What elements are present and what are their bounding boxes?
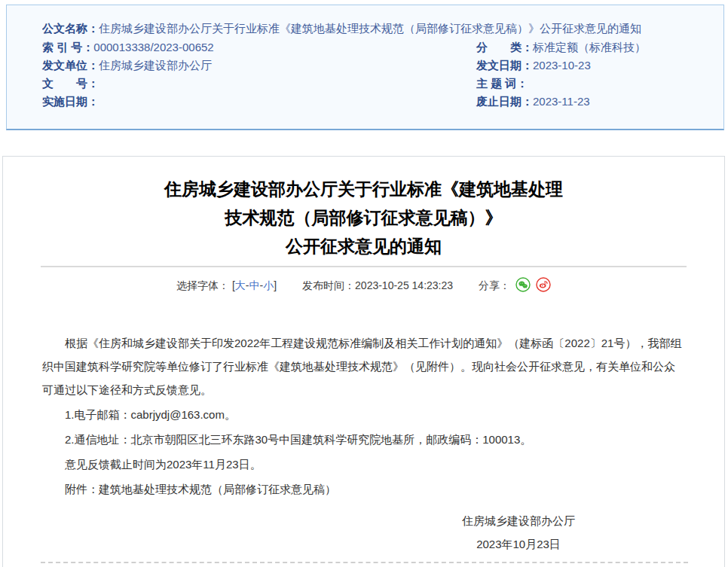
category-value: 标准定额（标准科技） [533,41,646,53]
publish-time: 发布时间：2023-10-25 14:23:23 [302,279,453,293]
meta-row-doc-name: 公文名称：住房城乡建设部办公厅关于行业标准《建筑地基处理技术规范（局部修订征求意… [42,23,690,34]
share-label: 分享： [479,279,510,293]
wechat-share-icon[interactable] [515,277,531,294]
issuing-unit-label: 发文单位： [42,59,99,72]
font-size-selector: [大-中-小] [232,279,277,293]
impl-date-label: 实施日期： [42,95,99,108]
meta-row-doc-number: 文 号： [42,78,476,89]
signature-date: 2023年10月23日 [462,532,575,556]
meta-row-keywords: 主 题 词： [476,78,690,89]
font-size-medium-link[interactable]: 中 [249,279,260,291]
bracket-close: ] [274,279,277,291]
doc-number-label: 文 号： [42,77,99,90]
body-paragraph-deadline: 意见反馈截止时间为2023年11月23日。 [42,453,685,476]
repeal-date-value: 2023-11-23 [533,95,590,108]
body-paragraph-address: 2.通信地址：北京市朝阳区北三环东路30号中国建筑科学研究院地基所，邮政编码：1… [42,428,685,451]
category-label: 分 类： [476,41,533,53]
body-paragraph-attachment: 附件：建筑地基处理技术规范（局部修订征求意见稿） [42,477,685,501]
font-size-small-link[interactable]: 小 [263,279,274,291]
article-title-line1: 住房城乡建设部办公厅关于行业标准《建筑地基处理 [26,175,702,203]
body-paragraph-intro: 根据《住房和城乡建设部关于印发2022年工程建设规范标准编制及相关工作计划的通知… [42,331,685,401]
index-no-value: 000013338/2023-00652 [93,41,213,53]
bottom-dashed-divider [41,562,688,563]
repeal-date-label: 废止日期： [476,95,533,108]
doc-name-label: 公文名称： [42,23,99,34]
meta-row-issuing-unit: 发文单位：住房城乡建设部办公厅 [42,59,476,71]
issue-date-label: 发文日期： [476,59,533,72]
font-size-label: 选择字体： [176,279,229,293]
font-size-large-link[interactable]: 大 [235,279,246,291]
document-meta-panel: 公文名称：住房城乡建设部办公厅关于行业标准《建筑地基处理技术规范（局部修订征求意… [6,5,724,130]
signature-org: 住房城乡建设部办公厅 [462,509,575,532]
article-title-line3: 公开征求意见的通知 [26,232,702,261]
doc-name-value: 住房城乡建设部办公厅关于行业标准《建筑地基处理技术规范（局部修订征求意见稿）》公… [99,23,641,34]
issuing-unit-value: 住房城乡建设部办公厅 [99,59,212,72]
meta-row-repeal-date: 废止日期：2023-11-23 [476,96,690,107]
article-toolbar: 选择字体：[大-中-小] 发布时间：2023-10-25 14:23:23 分享… [26,277,702,294]
meta-row-index-no: 索 引 号：000013338/2023-00652 [42,41,476,53]
index-no-label: 索 引 号： [42,41,93,53]
article-panel: 住房城乡建设部办公厅关于行业标准《建筑地基处理 技术规范（局部修订征求意见稿）》… [2,156,725,567]
article-body: 根据《住房和城乡建设部关于印发2022年工程建设规范标准编制及相关工作计划的通知… [26,331,702,501]
meta-grid: 索 引 号：000013338/2023-00652 分 类：标准定额（标准科技… [42,41,690,107]
title-divider [41,266,687,267]
meta-row-category: 分 类：标准定额（标准科技） [476,41,690,53]
body-paragraph-email: 1.电子邮箱：cabrjydj@163.com。 [42,403,685,426]
article-title: 住房城乡建设部办公厅关于行业标准《建筑地基处理 技术规范（局部修订征求意见稿）》… [26,175,702,261]
signature-block: 住房城乡建设部办公厅 2023年10月23日 [462,509,575,556]
meta-row-issue-date: 发文日期：2023-10-23 [476,59,690,71]
meta-row-impl-date: 实施日期： [42,96,476,107]
issue-date-value: 2023-10-23 [533,59,591,72]
weibo-share-icon[interactable] [536,277,551,294]
article-title-line2: 技术规范（局部修订征求意见稿）》 [26,203,702,232]
keywords-label: 主 题 词： [476,77,528,90]
